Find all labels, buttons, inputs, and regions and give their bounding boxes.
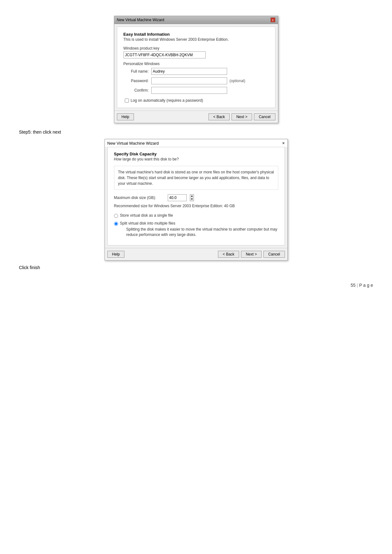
radio-single-row: Store virtual disk as a single file <box>114 213 278 218</box>
page-separator: | <box>357 283 359 288</box>
confirm-row: Confirm: <box>124 87 269 94</box>
disk-size-label: Maximum disk size (GB): <box>114 196 165 200</box>
click-finish-text: Click finish <box>19 265 373 270</box>
wizard1-footer-right: < Back Next > Cancel <box>208 113 275 120</box>
wizard2-window: New Virtual Machine Wizard × Specify Dis… <box>105 139 288 261</box>
confirm-input[interactable] <box>151 87 227 94</box>
page-label: P a g e <box>359 283 373 288</box>
page-number: 55 <box>351 283 356 288</box>
autologon-row: Log on automatically (requires a passwor… <box>125 98 269 103</box>
disk-size-input[interactable] <box>168 194 187 201</box>
wizard1-section-title: Easy Install Information <box>124 32 269 37</box>
wizard2-back-button[interactable]: < Back <box>218 251 239 258</box>
autologon-checkbox[interactable] <box>125 99 129 103</box>
recommended-text: Recommended size for Windows Server 2003… <box>114 204 278 208</box>
password-label: Password: <box>124 79 149 83</box>
page-footer: 55 | P a g e <box>19 283 373 294</box>
product-key-label: Windows product key <box>124 46 269 51</box>
radio-multiple-sublabel: Splitting the disk makes it easier to mo… <box>126 227 278 238</box>
radio-multiple-input[interactable] <box>114 222 118 226</box>
confirm-label: Confirm: <box>124 88 149 93</box>
radio-single-input[interactable] <box>114 214 118 218</box>
radio-multiple-row: Split virtual disk into multiple files S… <box>114 221 278 238</box>
wizard1-section-subtitle: This is used to install Windows Server 2… <box>124 37 269 42</box>
password-input[interactable] <box>151 77 227 84</box>
fullname-row: Full name: <box>124 68 269 75</box>
wizard2-footer: Help < Back Next > Cancel <box>105 248 287 260</box>
product-key-input[interactable] <box>124 51 206 58</box>
wizard1-titlebar: New Virtual Machine Wizard x <box>114 16 278 24</box>
fullname-input[interactable] <box>151 68 227 75</box>
radio-single-label: Store virtual disk as a single file <box>120 213 173 218</box>
optional-label: (optional) <box>230 79 245 83</box>
wizard1-title: New Virtual Machine Wizard <box>117 18 165 22</box>
wizard1-close-button[interactable]: x <box>270 17 275 22</box>
disk-info-box: The virtual machine's hard disk is store… <box>114 166 278 190</box>
wizard1-cancel-button[interactable]: Cancel <box>254 113 275 120</box>
wizard2-titlebar: New Virtual Machine Wizard × <box>105 139 287 147</box>
wizard2-close-button[interactable]: × <box>282 141 285 146</box>
wizard2-help-button[interactable]: Help <box>107 251 125 258</box>
disk-size-spinner[interactable]: ▲ ▼ <box>190 194 194 201</box>
wizard2-body: Specify Disk Capacity How large do you w… <box>107 147 285 245</box>
autologon-label: Log on automatically (requires a passwor… <box>131 98 203 103</box>
password-row: Password: (optional) <box>124 77 269 84</box>
wizard1-next-button[interactable]: Next > <box>232 113 252 120</box>
wizard2-cancel-button[interactable]: Cancel <box>263 251 285 258</box>
wizard2-footer-right: < Back Next > Cancel <box>218 251 285 258</box>
spinner-down-button[interactable]: ▼ <box>190 198 194 201</box>
wizard1-body: Easy Install Information This is used to… <box>117 27 275 108</box>
wizard1-window: New Virtual Machine Wizard x Easy Instal… <box>114 16 278 123</box>
wizard2-title: New Virtual Machine Wizard <box>107 141 159 146</box>
radio-multiple-label: Split virtual disk into multiple files <box>120 221 278 226</box>
wizard2-section-title: Specify Disk Capacity <box>114 152 278 156</box>
step5-text: Step5: then click next <box>19 129 373 135</box>
wizard2-section-subtitle: How large do you want this disk to be? <box>114 157 278 161</box>
personalize-label: Personalize Windows <box>124 62 269 66</box>
disk-size-row: Maximum disk size (GB): ▲ ▼ <box>114 194 278 201</box>
wizard1-help-button[interactable]: Help <box>117 113 134 120</box>
product-key-group: Windows product key <box>124 46 269 58</box>
spinner-up-button[interactable]: ▲ <box>190 195 194 198</box>
fullname-label: Full name: <box>124 69 149 74</box>
wizard1-back-button[interactable]: < Back <box>208 113 230 120</box>
wizard2-next-button[interactable]: Next > <box>241 251 262 258</box>
wizard1-footer: Help < Back Next > Cancel <box>114 111 278 123</box>
